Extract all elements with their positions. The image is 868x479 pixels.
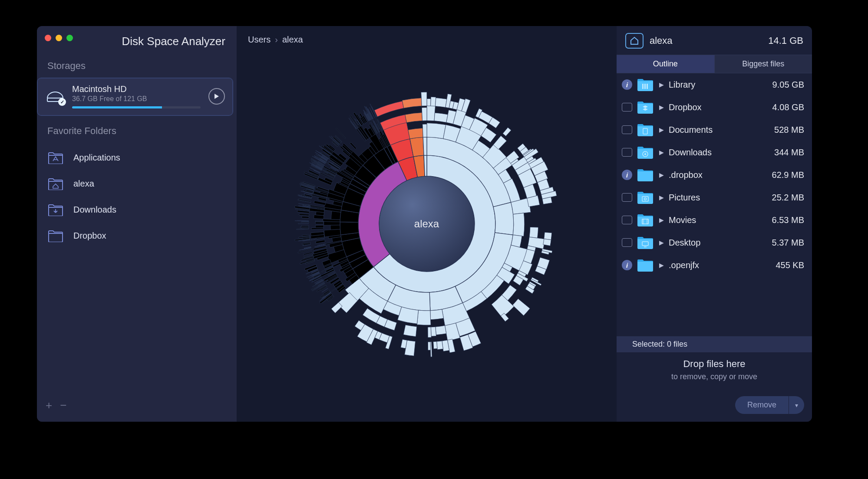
file-size: 62.9 MB (756, 170, 804, 180)
breadcrumb: Users › alexa (248, 35, 303, 45)
favorite-label: Dropbox (73, 231, 106, 241)
drop-subtitle: to remove, copy or move (621, 372, 808, 381)
sunburst-center-label: alexa (414, 218, 439, 230)
disclosure-icon[interactable]: ▶ (658, 171, 664, 178)
checkbox[interactable] (622, 216, 632, 224)
right-panel: alexa 14.1 GB Outline Biggest files i▶Li… (617, 26, 812, 422)
folder-icon (637, 100, 654, 114)
selected-count-bar: Selected: 0 files (617, 336, 812, 352)
file-name: Pictures (669, 193, 752, 203)
svg-rect-3 (644, 84, 646, 89)
folder-icon (637, 190, 654, 204)
file-row[interactable]: ▶Movies6.53 MB (617, 209, 812, 231)
disclosure-icon[interactable]: ▶ (658, 104, 664, 111)
breadcrumb-root[interactable]: Users (248, 35, 271, 45)
file-row[interactable]: ▶Dropbox4.08 GB (617, 96, 812, 118)
favorite-item-downloads[interactable]: Downloads (37, 197, 237, 223)
download-folder-icon (47, 203, 64, 217)
add-favorite-button[interactable]: + (46, 399, 52, 412)
drop-zone[interactable]: Drop files here to remove, copy or move (617, 352, 812, 389)
storage-subtitle: 36.7 GB Free of 121 GB (72, 95, 201, 103)
action-row: Remove ▾ (617, 389, 812, 422)
disclosure-icon[interactable]: ▶ (658, 217, 664, 223)
disclosure-icon[interactable]: ▶ (658, 239, 664, 246)
tab-outline[interactable]: Outline (617, 55, 714, 73)
remove-menu-button[interactable]: ▾ (789, 396, 804, 414)
favorites-section-label: Favorite Folders (37, 116, 237, 143)
favorite-item-dropbox[interactable]: Dropbox (37, 223, 237, 249)
file-size: 344 MB (756, 148, 804, 157)
file-size: 4.08 GB (756, 102, 804, 112)
disclosure-icon[interactable]: ▶ (658, 126, 664, 133)
svg-rect-4 (647, 84, 648, 89)
home-folder-icon (625, 33, 644, 49)
file-size: 528 MB (756, 125, 804, 135)
tab-biggest-files[interactable]: Biggest files (714, 55, 812, 73)
sidebar: Disk Space Analyzer Storages ✓ Macintosh… (37, 26, 237, 422)
window-controls (45, 35, 73, 41)
favorite-item-applications[interactable]: Applications (37, 144, 237, 171)
folder-icon (637, 258, 654, 272)
checkbox[interactable] (622, 238, 632, 247)
breadcrumb-current[interactable]: alexa (282, 35, 303, 45)
info-icon[interactable]: i (622, 170, 632, 180)
file-name: Documents (669, 125, 752, 135)
folder-icon (637, 78, 654, 92)
app-window: Disk Space Analyzer Storages ✓ Macintosh… (37, 26, 812, 422)
disk-icon: ✓ (46, 89, 64, 103)
panel-size: 14.1 GB (768, 35, 803, 46)
panel-tabs: Outline Biggest files (617, 55, 812, 73)
remove-button[interactable]: Remove (735, 396, 789, 414)
folder-icon (637, 213, 654, 227)
panel-header: alexa 14.1 GB (617, 26, 812, 55)
check-badge-icon: ✓ (58, 98, 66, 106)
scan-button[interactable] (208, 88, 225, 105)
zoom-window-button[interactable] (66, 35, 73, 41)
file-size: 5.37 MB (756, 238, 804, 248)
file-name: Movies (669, 215, 752, 225)
favorite-item-alexa[interactable]: alexa (37, 171, 237, 197)
folder-icon (637, 145, 654, 159)
file-name: Library (669, 80, 752, 90)
disclosure-icon[interactable]: ▶ (658, 262, 664, 269)
file-row[interactable]: i▶Library9.05 GB (617, 73, 812, 96)
favorite-label: Applications (73, 153, 120, 163)
file-row[interactable]: i▶.dropbox62.9 MB (617, 164, 812, 186)
sidebar-footer: + − (37, 393, 237, 422)
checkbox[interactable] (622, 193, 632, 202)
checkbox[interactable] (622, 125, 632, 134)
checkbox[interactable] (622, 103, 632, 112)
file-row[interactable]: ▶Downloads344 MB (617, 141, 812, 164)
sunburst-chart[interactable]: alexa (249, 46, 605, 402)
disclosure-icon[interactable]: ▶ (658, 194, 664, 201)
remove-favorite-button[interactable]: − (60, 399, 66, 412)
folder-folder-icon (47, 229, 64, 243)
file-name: .dropbox (669, 170, 752, 180)
file-name: Dropbox (669, 102, 752, 112)
appstore-folder-icon (47, 151, 64, 164)
minimize-window-button[interactable] (56, 35, 62, 41)
close-window-button[interactable] (45, 35, 51, 41)
folder-icon (637, 168, 654, 182)
file-row[interactable]: ▶Desktop5.37 MB (617, 231, 812, 254)
panel-title: alexa (650, 35, 762, 46)
breadcrumb-separator-icon: › (275, 35, 278, 45)
disclosure-icon[interactable]: ▶ (658, 149, 664, 156)
file-size: 9.05 GB (756, 80, 804, 90)
info-icon[interactable]: i (622, 260, 632, 270)
home-folder-icon (47, 177, 64, 190)
disclosure-icon[interactable]: ▶ (658, 81, 664, 88)
checkbox[interactable] (622, 148, 632, 157)
file-row[interactable]: ▶Pictures25.2 MB (617, 186, 812, 209)
favorite-label: alexa (73, 179, 94, 189)
file-row[interactable]: i▶.openjfx455 KB (617, 254, 812, 276)
info-icon[interactable]: i (622, 79, 632, 90)
file-row[interactable]: ▶Documents528 MB (617, 118, 812, 141)
storage-usage-bar (72, 106, 201, 108)
folder-icon (637, 236, 654, 249)
storage-name: Macintosh HD (72, 84, 201, 94)
storage-card[interactable]: ✓ Macintosh HD 36.7 GB Free of 121 GB (37, 78, 233, 116)
file-size: 25.2 MB (756, 193, 804, 203)
storages-section-label: Storages (37, 56, 237, 78)
file-size: 6.53 MB (756, 215, 804, 225)
